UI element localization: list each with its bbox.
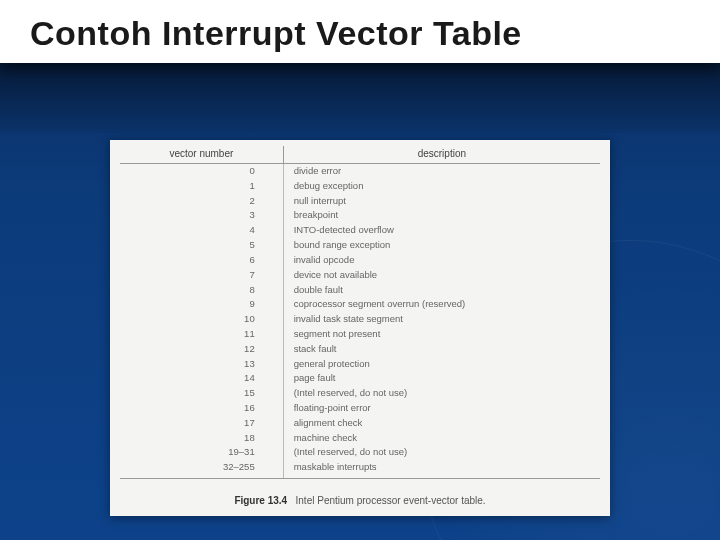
cell-vector-number: 7 (120, 268, 283, 283)
cell-vector-number: 4 (120, 223, 283, 238)
table-row: 8double fault (120, 283, 600, 298)
slide-title-bar: Contoh Interrupt Vector Table (0, 0, 720, 63)
cell-vector-number: 15 (120, 386, 283, 401)
table-row: 10invalid task state segment (120, 312, 600, 327)
figure-scan: vector number description 0divide error1… (110, 140, 610, 516)
table-row: 1debug exception (120, 179, 600, 194)
cell-description: invalid task state segment (283, 312, 600, 327)
figure-caption-text: Intel Pentium processor event-vector tab… (296, 495, 486, 506)
cell-vector-number: 19–31 (120, 445, 283, 460)
cell-description: debug exception (283, 179, 600, 194)
table-row: 18machine check (120, 431, 600, 446)
table-header-row: vector number description (120, 146, 600, 164)
slide-title: Contoh Interrupt Vector Table (30, 14, 690, 53)
cell-description: stack fault (283, 342, 600, 357)
cell-vector-number: 3 (120, 208, 283, 223)
table-row: 4INTO-detected overflow (120, 223, 600, 238)
table-row: 3breakpoint (120, 208, 600, 223)
cell-description: general protection (283, 357, 600, 372)
table-row: 6invalid opcode (120, 253, 600, 268)
cell-description: (Intel reserved, do not use) (283, 445, 600, 460)
table-row: 0divide error (120, 164, 600, 179)
cell-description: breakpoint (283, 208, 600, 223)
cell-description: device not available (283, 268, 600, 283)
cell-description: bound range exception (283, 238, 600, 253)
title-shadow-band (0, 63, 720, 133)
cell-description: floating-point error (283, 401, 600, 416)
table-row: 16floating-point error (120, 401, 600, 416)
cell-vector-number: 12 (120, 342, 283, 357)
table-row: 32–255maskable interrupts (120, 460, 600, 478)
table-row: 7device not available (120, 268, 600, 283)
table-row: 2null interrupt (120, 194, 600, 209)
figure-number: Figure 13.4 (234, 495, 287, 506)
table-row: 13general protection (120, 357, 600, 372)
cell-vector-number: 1 (120, 179, 283, 194)
figure-caption: Figure 13.4 Intel Pentium processor even… (120, 489, 600, 506)
table-row: 14page fault (120, 371, 600, 386)
interrupt-vector-table: vector number description 0divide error1… (120, 146, 600, 479)
cell-description: maskable interrupts (283, 460, 600, 478)
cell-vector-number: 32–255 (120, 460, 283, 478)
table-row: 5bound range exception (120, 238, 600, 253)
cell-vector-number: 6 (120, 253, 283, 268)
cell-vector-number: 10 (120, 312, 283, 327)
cell-description: alignment check (283, 416, 600, 431)
header-description: description (283, 146, 600, 164)
table-row: 15(Intel reserved, do not use) (120, 386, 600, 401)
cell-description: page fault (283, 371, 600, 386)
header-vector-number: vector number (120, 146, 283, 164)
cell-vector-number: 17 (120, 416, 283, 431)
cell-description: invalid opcode (283, 253, 600, 268)
cell-description: null interrupt (283, 194, 600, 209)
cell-description: coprocessor segment overrun (reserved) (283, 297, 600, 312)
cell-description: (Intel reserved, do not use) (283, 386, 600, 401)
cell-description: divide error (283, 164, 600, 179)
table-row: 19–31(Intel reserved, do not use) (120, 445, 600, 460)
table-row: 17alignment check (120, 416, 600, 431)
cell-vector-number: 13 (120, 357, 283, 372)
cell-vector-number: 14 (120, 371, 283, 386)
cell-vector-number: 9 (120, 297, 283, 312)
table-row: 11segment not present (120, 327, 600, 342)
cell-vector-number: 18 (120, 431, 283, 446)
cell-vector-number: 16 (120, 401, 283, 416)
cell-vector-number: 2 (120, 194, 283, 209)
cell-description: double fault (283, 283, 600, 298)
cell-vector-number: 11 (120, 327, 283, 342)
cell-vector-number: 5 (120, 238, 283, 253)
cell-vector-number: 8 (120, 283, 283, 298)
cell-description: segment not present (283, 327, 600, 342)
cell-vector-number: 0 (120, 164, 283, 179)
table-row: 9coprocessor segment overrun (reserved) (120, 297, 600, 312)
cell-description: INTO-detected overflow (283, 223, 600, 238)
table-row: 12stack fault (120, 342, 600, 357)
cell-description: machine check (283, 431, 600, 446)
